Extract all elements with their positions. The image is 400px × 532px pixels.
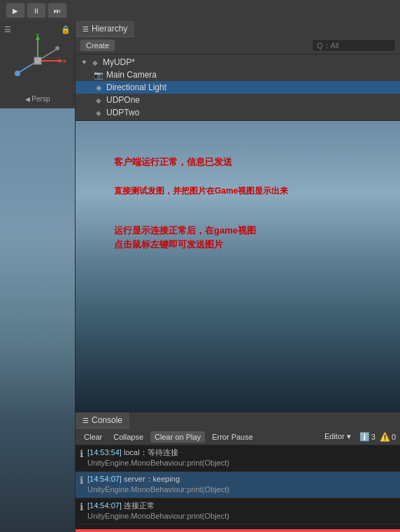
- directional-light-label: Directional Light: [106, 82, 166, 92]
- scene-text-2: 直接测试发图，并把图片在Game视图显示出来: [114, 185, 288, 197]
- hierarchy-panel: ☰ Hierarchy Create ▼ ◆ MyUDP* 📷 Main Cam: [76, 21, 400, 121]
- udptwo-label: UDPTwo: [106, 108, 139, 117]
- scene-text-4: 点击鼠标左键即可发送图片: [114, 238, 223, 251]
- scene-text-1: 客户端运行正常，信息已发送: [114, 156, 232, 168]
- root-icon: ◆: [90, 57, 100, 67]
- main-area: ☰ 🔒 Y X: [0, 21, 400, 532]
- console-tab-label: Console: [92, 415, 122, 425]
- tree-item-main-camera[interactable]: 📷 Main Camera: [76, 69, 400, 81]
- info-count: 3: [371, 433, 376, 441]
- udptwo-icon: ◆: [94, 108, 103, 117]
- console-right: Editor ▾ ℹ️ 3 ⚠️ 0: [320, 431, 396, 443]
- tree-item-root[interactable]: ▼ ◆ MyUDP*: [76, 56, 400, 69]
- log-timestamp-0: [14:53:54]: [87, 448, 122, 456]
- hierarchy-toolbar: Create: [76, 37, 400, 55]
- log-timestamp-1: [14:54:07]: [87, 475, 122, 483]
- tree-item-directional-light[interactable]: ◈ Directional Light: [76, 81, 400, 94]
- expand-arrow-icon: ▼: [81, 59, 87, 66]
- udpone-icon: ◆: [94, 95, 103, 105]
- log-text-2: [14:54:07] 连接正常 UnityEngine.MonoBehaviou…: [87, 501, 229, 522]
- log-icon-1: ℹ: [80, 475, 83, 486]
- log-text-1: [14:54:07] server：keeping UnityEngine.Mo…: [87, 474, 229, 496]
- error-pause-button[interactable]: Error Pause: [208, 431, 257, 443]
- svg-text:Y: Y: [36, 33, 40, 38]
- info-badge: ℹ️ 3: [359, 432, 376, 442]
- step-icon: ⏭: [54, 7, 61, 15]
- log-timestamp-2: [14:54:07]: [87, 501, 122, 510]
- hierarchy-tab[interactable]: ☰ Hierarchy: [76, 21, 134, 37]
- tree-item-udpone[interactable]: ◆ UDPOne: [76, 94, 400, 106]
- log-line1-2: 连接正常: [124, 501, 155, 510]
- collapse-button[interactable]: Collapse: [109, 431, 148, 443]
- top-toolbar: ▶ ⏸ ⏭: [0, 0, 400, 21]
- log-icon-0: ℹ: [80, 448, 83, 459]
- left-panel: ☰ 🔒 Y X: [0, 21, 76, 532]
- svg-text:X: X: [63, 58, 66, 64]
- console-panel: ☰ Console Clear Collapse Clear on Play E…: [76, 412, 400, 532]
- right-content: ☰ Hierarchy Create ▼ ◆ MyUDP* 📷 Main Cam: [76, 21, 400, 532]
- pause-button[interactable]: ⏸: [27, 3, 46, 18]
- gizmo-svg: Y X: [10, 33, 66, 89]
- editor-dropdown-button[interactable]: Editor ▾: [320, 431, 355, 443]
- log-line1-1: server：keeping: [124, 475, 180, 483]
- console-log-area[interactable]: ℹ [14:53:54] local：等待连接 UnityEngine.Mono…: [76, 445, 400, 529]
- warn-badge: ⚠️ 0: [380, 432, 396, 442]
- log-text-0: [14:53:54] local：等待连接 UnityEngine.MonoBe…: [87, 447, 229, 469]
- light-icon: ◈: [94, 82, 103, 92]
- play-button[interactable]: ▶: [6, 3, 25, 18]
- log-line2-1: UnityEngine.MonoBehaviour:print(Object): [87, 485, 229, 494]
- scene-view[interactable]: 客户端运行正常，信息已发送 直接测试发图，并把图片在Game视图显示出来 运行显…: [76, 121, 400, 412]
- main-camera-label: Main Camera: [106, 70, 157, 80]
- log-icon-2: ℹ: [80, 501, 83, 512]
- svg-point-5: [15, 71, 20, 76]
- info-icon: ℹ️: [359, 432, 370, 442]
- persp-label: ◀ Persp: [25, 95, 50, 103]
- svg-point-7: [55, 46, 59, 50]
- play-icon: ▶: [13, 7, 18, 15]
- step-button[interactable]: ⏭: [48, 3, 67, 18]
- console-tab[interactable]: ☰ Console: [76, 412, 129, 429]
- console-toolbar: Clear Collapse Clear on Play Error Pause…: [76, 429, 400, 445]
- persp-arrow-icon: ◀: [25, 96, 30, 103]
- svg-rect-8: [34, 57, 41, 64]
- log-entry-1[interactable]: ℹ [14:54:07] server：keeping UnityEngine.…: [76, 472, 400, 498]
- pause-icon: ⏸: [33, 7, 40, 15]
- log-entry-2[interactable]: ℹ [14:54:07] 连接正常 UnityEngine.MonoBehavi…: [76, 498, 400, 525]
- log-line2-2: UnityEngine.MonoBehaviour:print(Object): [87, 512, 229, 520]
- log-bottom-bar: [76, 529, 400, 532]
- log-entry-0[interactable]: ℹ [14:53:54] local：等待连接 UnityEngine.Mono…: [76, 445, 400, 472]
- camera-icon: 📷: [94, 70, 103, 80]
- hierarchy-tab-label: Hierarchy: [92, 24, 127, 34]
- console-tab-icon: ☰: [83, 417, 89, 424]
- log-line2-0: UnityEngine.MonoBehaviour:print(Object): [87, 459, 229, 467]
- clear-button[interactable]: Clear: [80, 431, 106, 443]
- tree-item-udptwo[interactable]: ◆ UDPTwo: [76, 106, 400, 119]
- gizmo-area: Y X: [3, 29, 73, 92]
- warn-count: 0: [392, 433, 396, 441]
- log-line1-0: local：等待连接: [124, 448, 178, 456]
- udpone-label: UDPOne: [106, 95, 140, 105]
- create-button[interactable]: Create: [80, 39, 115, 52]
- scene-text-3: 运行显示连接正常后，在game视图: [114, 224, 256, 237]
- search-input[interactable]: [312, 39, 396, 52]
- hierarchy-tree: ▼ ◆ MyUDP* 📷 Main Camera ◈ Directional L…: [76, 55, 400, 120]
- warn-icon: ⚠️: [380, 432, 390, 442]
- hierarchy-tab-icon: ☰: [83, 25, 89, 33]
- root-item-label: MyUDP*: [103, 57, 135, 67]
- clear-on-play-button[interactable]: Clear on Play: [150, 431, 205, 443]
